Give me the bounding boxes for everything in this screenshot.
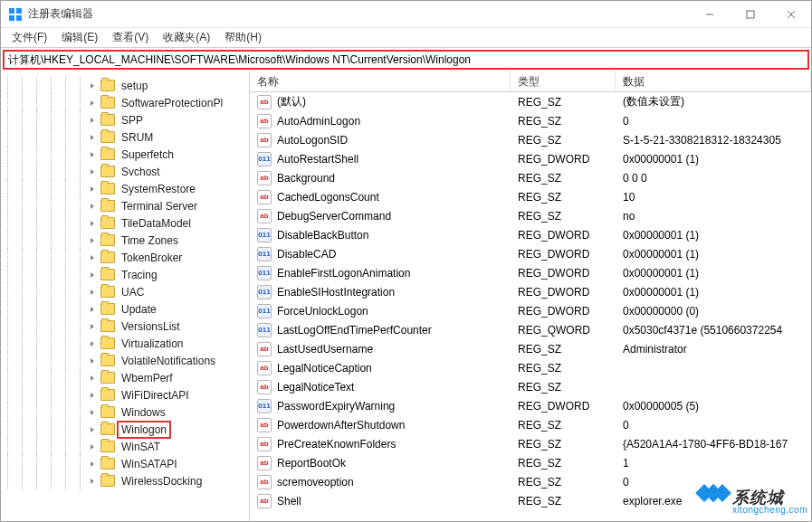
value-row[interactable]: abscremoveoptionREG_SZ0 [250, 472, 811, 491]
tree-item-wirelessdocking[interactable]: WirelessDocking [1, 472, 249, 489]
folder-icon [100, 406, 115, 418]
menu-favorites[interactable]: 收藏夹(A) [156, 28, 217, 47]
string-value-icon: ab [257, 190, 272, 204]
titlebar: 注册表编辑器 [1, 1, 811, 28]
list-pane[interactable]: 名称 类型 数据 ab(默认)REG_SZ(数值未设置)abAutoAdminL… [250, 71, 811, 522]
tree-item-superfetch[interactable]: Superfetch [1, 146, 249, 163]
value-type: REG_SZ [511, 96, 616, 109]
menu-file[interactable]: 文件(F) [5, 28, 54, 47]
value-row[interactable]: abLegalNoticeCaptionREG_SZ [250, 358, 811, 377]
string-value-icon: ab [257, 418, 272, 432]
expand-icon[interactable] [88, 356, 99, 366]
tree-item-systemrestore[interactable]: SystemRestore [1, 180, 249, 197]
value-row[interactable]: 011PasswordExpiryWarningREG_DWORD0x00000… [250, 396, 811, 415]
tree-item-winsat[interactable]: WinSAT [1, 438, 249, 455]
tree-item-uac[interactable]: UAC [1, 283, 249, 300]
expand-icon[interactable] [88, 235, 99, 246]
tree-item-tiledatamodel[interactable]: TileDataModel [1, 214, 249, 232]
tree-item-tracing[interactable]: Tracing [1, 266, 249, 283]
column-data[interactable]: 数据 [616, 71, 811, 91]
expand-icon[interactable] [88, 373, 99, 384]
address-input[interactable] [5, 53, 807, 66]
expand-icon[interactable] [88, 166, 99, 177]
close-button[interactable] [770, 1, 811, 28]
tree-item-update[interactable]: Update [1, 300, 249, 318]
value-row[interactable]: abDebugServerCommandREG_SZno [250, 206, 811, 225]
tree-item-winlogon[interactable]: Winlogon [1, 421, 249, 438]
value-row[interactable]: abAutoLogonSIDREG_SZS-1-5-21-3308218312-… [250, 130, 811, 149]
expand-icon[interactable] [88, 252, 99, 263]
tree-item-softwareprotectionpl[interactable]: SoftwareProtectionPl [1, 94, 249, 111]
expand-icon[interactable] [88, 218, 99, 229]
tree-item-winsatapi[interactable]: WinSATAPI [1, 455, 249, 472]
expand-icon[interactable] [88, 441, 99, 452]
column-type[interactable]: 类型 [511, 71, 616, 91]
value-row[interactable]: abReportBootOkREG_SZ1 [250, 453, 811, 472]
expand-icon[interactable] [88, 304, 99, 315]
tree-item-time-zones[interactable]: Time Zones [1, 232, 249, 249]
value-data: 0 0 0 [616, 172, 811, 185]
expand-icon[interactable] [88, 424, 99, 435]
expand-icon[interactable] [88, 149, 99, 160]
value-data: no [616, 210, 811, 223]
tree-item-windows[interactable]: Windows [1, 403, 249, 421]
expand-icon[interactable] [88, 98, 99, 109]
value-row[interactable]: abPreCreateKnownFoldersREG_SZ{A520A1A4-1… [250, 434, 811, 453]
tree-pane[interactable]: setupSoftwareProtectionPlSPPSRUMSuperfet… [1, 71, 250, 522]
tree-label: Svchost [119, 165, 163, 179]
expand-icon[interactable] [88, 321, 99, 332]
value-row[interactable]: 011EnableFirstLogonAnimationREG_DWORD0x0… [250, 263, 811, 282]
column-name[interactable]: 名称 [250, 71, 511, 91]
binary-value-icon: 011 [257, 266, 272, 280]
folder-icon [100, 320, 115, 332]
value-row[interactable]: abShellREG_SZexplorer.exe [250, 491, 811, 510]
tree-item-spp[interactable]: SPP [1, 111, 249, 128]
menu-help[interactable]: 帮助(H) [217, 28, 269, 47]
value-row[interactable]: abAutoAdminLogonREG_SZ0 [250, 111, 811, 130]
folder-icon [100, 252, 115, 263]
tree-item-svchost[interactable]: Svchost [1, 163, 249, 180]
value-row[interactable]: abLastUsedUsernameREG_SZAdministrator [250, 339, 811, 358]
menu-edit[interactable]: 编辑(E) [54, 28, 105, 47]
value-row[interactable]: abLegalNoticeTextREG_SZ [250, 377, 811, 396]
value-row[interactable]: 011AutoRestartShellREG_DWORD0x00000001 (… [250, 149, 811, 168]
menu-view[interactable]: 查看(V) [105, 28, 156, 47]
expand-icon[interactable] [88, 459, 99, 470]
expand-icon[interactable] [88, 476, 99, 487]
value-row[interactable]: abBackgroundREG_SZ0 0 0 [250, 168, 811, 187]
expand-icon[interactable] [88, 115, 99, 126]
tree-item-terminal-server[interactable]: Terminal Server [1, 197, 249, 214]
tree-item-srum[interactable]: SRUM [1, 128, 249, 146]
value-row[interactable]: 011EnableSIHostIntegrationREG_DWORD0x000… [250, 282, 811, 301]
tree-item-virtualization[interactable]: Virtualization [1, 335, 249, 352]
expand-icon[interactable] [88, 81, 99, 91]
minimize-button[interactable] [689, 1, 730, 28]
maximize-button[interactable] [730, 1, 770, 28]
tree-item-wifidirectapi[interactable]: WiFiDirectAPI [1, 386, 249, 403]
value-row[interactable]: 011ForceUnlockLogonREG_DWORD0x00000000 (… [250, 301, 811, 320]
value-name: LegalNoticeText [277, 381, 354, 394]
string-value-icon: ab [257, 133, 272, 147]
expand-icon[interactable] [88, 132, 99, 143]
value-row[interactable]: 011LastLogOffEndTimePerfCounterREG_QWORD… [250, 320, 811, 339]
string-value-icon: ab [257, 171, 272, 185]
value-row[interactable]: ab(默认)REG_SZ(数值未设置) [250, 92, 811, 111]
tree-item-setup[interactable]: setup [1, 77, 249, 94]
value-name: Background [277, 172, 335, 185]
tree-item-wbemperf[interactable]: WbemPerf [1, 369, 249, 386]
value-row[interactable]: 011DisableBackButtonREG_DWORD0x00000001 … [250, 225, 811, 244]
expand-icon[interactable] [88, 270, 99, 280]
expand-icon[interactable] [88, 407, 99, 418]
window-title: 注册表编辑器 [28, 6, 689, 22]
tree-item-versionslist[interactable]: VersionsList [1, 318, 249, 335]
expand-icon[interactable] [88, 390, 99, 401]
expand-icon[interactable] [88, 201, 99, 212]
tree-item-volatilenotifications[interactable]: VolatileNotifications [1, 352, 249, 369]
expand-icon[interactable] [88, 184, 99, 195]
expand-icon[interactable] [88, 338, 99, 349]
value-row[interactable]: abCachedLogonsCountREG_SZ10 [250, 187, 811, 206]
tree-item-tokenbroker[interactable]: TokenBroker [1, 249, 249, 266]
value-row[interactable]: 011DisableCADREG_DWORD0x00000001 (1) [250, 244, 811, 263]
expand-icon[interactable] [88, 287, 99, 298]
value-row[interactable]: abPowerdownAfterShutdownREG_SZ0 [250, 415, 811, 434]
